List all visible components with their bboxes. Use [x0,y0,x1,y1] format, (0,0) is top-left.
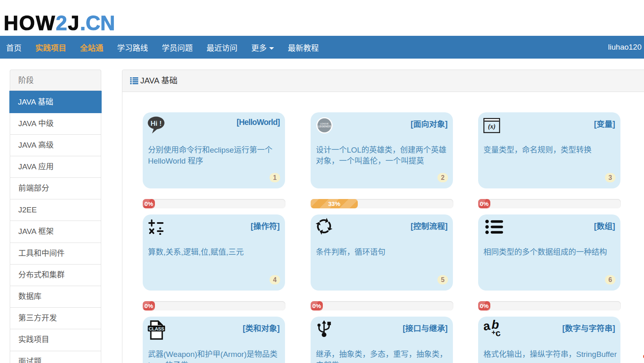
svg-text:(x): (x) [488,123,496,130]
svg-text:LEGENDS: LEGENDS [318,125,331,128]
svg-text:CLASS: CLASS [149,326,165,331]
svg-text:a: a [483,319,491,333]
svg-text:Hi !: Hi ! [150,120,161,127]
svg-text:c: c [495,328,501,337]
